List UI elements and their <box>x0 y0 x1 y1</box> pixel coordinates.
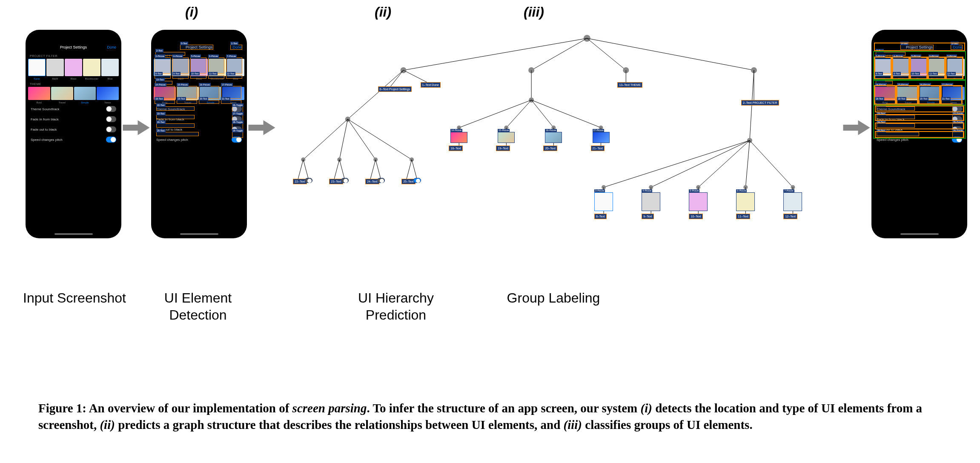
svg-line-31 <box>407 160 412 179</box>
filter-item[interactable]: None <box>28 59 46 80</box>
theme-item[interactable]: Simple <box>920 87 942 104</box>
theme-thumb <box>154 87 176 100</box>
filter-item[interactable]: Blockbuster <box>929 59 946 80</box>
filter-item[interactable]: None <box>874 59 891 80</box>
filter-label: Blockbuster <box>929 77 946 80</box>
theme-item[interactable]: Travel <box>51 87 73 104</box>
theme-label: Simple <box>920 101 942 104</box>
toggle-switch[interactable] <box>232 126 242 132</box>
theme-label: Bold <box>28 101 50 104</box>
tree-filter-thumb: 7–Picture <box>783 192 802 211</box>
toggle-switch[interactable] <box>232 106 242 112</box>
filter-item[interactable]: Blue <box>227 59 244 80</box>
theme-item[interactable]: Travel <box>177 87 199 104</box>
tree-chip: 11–Text <box>736 214 750 219</box>
tree-filter-thumb: 4–Picture <box>642 192 660 211</box>
svg-line-41 <box>531 100 553 128</box>
filter-swatch <box>227 59 244 76</box>
filter-item[interactable]: B&W <box>172 59 189 80</box>
filter-item[interactable]: Blockbuster <box>83 59 100 80</box>
stage-numbers-row: (i) (ii) (iii) <box>0 4 980 21</box>
label-input: Input Screenshot <box>19 289 130 306</box>
caption-italic: screen parsing <box>292 401 367 415</box>
theme-item[interactable]: News <box>943 87 965 104</box>
theme-item[interactable]: Bold <box>154 87 176 104</box>
svg-line-52 <box>651 140 750 187</box>
toggle-row: Fade out to black <box>871 124 967 134</box>
filter-swatch <box>83 59 100 76</box>
theme-item[interactable]: News <box>97 87 119 104</box>
toggle-row: Fade in from black <box>871 114 967 124</box>
svg-line-9 <box>587 38 754 70</box>
theme-item[interactable]: Simple <box>74 87 96 104</box>
toggle-switch[interactable] <box>952 137 962 143</box>
filter-item[interactable]: Blue <box>101 59 119 80</box>
theme-item[interactable]: Bold <box>874 87 896 104</box>
done-button[interactable]: Done <box>232 45 242 49</box>
theme-item[interactable]: Simple <box>200 87 222 104</box>
phone-title: Project Settings <box>186 45 212 49</box>
toggle-label: Fade in from black <box>156 117 184 121</box>
svg-line-17 <box>303 119 348 160</box>
toggle-switch[interactable] <box>106 126 116 132</box>
filter-label: Blue <box>227 77 244 80</box>
caption-italic: (ii) <box>100 418 115 432</box>
theme-label: Bold <box>154 101 176 104</box>
theme-thumb <box>943 87 965 100</box>
figure: (i) (ii) (iii) Project Settings Done PRO… <box>0 0 980 374</box>
svg-marker-0 <box>123 120 150 135</box>
done-button[interactable]: Done <box>953 45 962 49</box>
toggle-switch[interactable] <box>952 126 962 132</box>
toggle-switch[interactable] <box>106 137 116 143</box>
toggle-label: Fade in from black <box>31 117 59 121</box>
toggle-row: Theme Soundtrack <box>151 104 247 114</box>
toggles-list: Theme SoundtrackFade in from blackFade o… <box>151 104 247 145</box>
theme-label: News <box>943 101 965 104</box>
theme-item[interactable]: News <box>222 87 244 104</box>
filter-item[interactable]: Blast <box>911 59 928 80</box>
filter-label: Blockbuster <box>83 77 100 80</box>
phone-title: Project Settings <box>60 45 87 49</box>
toggle-switch[interactable] <box>106 106 116 112</box>
toggle-switch[interactable] <box>232 116 242 122</box>
svg-line-19 <box>298 160 303 179</box>
toggle-switch[interactable] <box>952 116 962 122</box>
filter-item[interactable]: Blockbuster <box>209 59 226 80</box>
filter-label: B&W <box>172 77 189 80</box>
filter-item[interactable]: Blue <box>947 59 965 80</box>
toggle-switch[interactable] <box>106 116 116 122</box>
toggle-label: Fade out to black <box>31 128 57 131</box>
done-button[interactable]: Done <box>107 45 116 49</box>
filter-item[interactable]: Blast <box>190 59 208 80</box>
svg-line-24 <box>339 160 344 179</box>
toggle-switch[interactable] <box>232 137 242 143</box>
tree-theme-thumb: 14–Picture <box>450 132 467 143</box>
svg-line-32 <box>412 160 417 179</box>
svg-line-28 <box>375 160 381 179</box>
filter-item[interactable]: B&W <box>892 59 910 80</box>
caption-italic: (i) <box>641 401 652 415</box>
theme-item[interactable]: Travel <box>897 87 919 104</box>
tree-toggle-thumb <box>377 178 385 183</box>
phone-input-screenshot: Project Settings Done PROJECT FILTER Non… <box>26 30 121 238</box>
toggle-label: Fade out to black <box>156 128 182 131</box>
theme-item[interactable]: Bold <box>28 87 50 104</box>
filter-item[interactable]: B&W <box>46 59 64 80</box>
toggle-row: Speed changes pitch <box>26 134 121 145</box>
tree-chip: 13–Text THEME <box>617 82 642 88</box>
toggle-row: Speed changes pitch <box>151 134 247 145</box>
toggle-label: Speed changes pitch <box>877 138 908 142</box>
filter-item[interactable]: Blast <box>65 59 82 80</box>
theme-label: Travel <box>177 101 199 104</box>
toggle-row: Fade in from black <box>26 114 121 124</box>
tree-chip: 18–Text <box>449 146 463 151</box>
svg-marker-1 <box>249 120 275 135</box>
toggle-label: Fade in from black <box>877 117 905 121</box>
filter-label: Blue <box>947 77 965 80</box>
tree-chip: 9–Text <box>642 214 654 219</box>
filter-item[interactable]: None <box>154 59 171 80</box>
tree-toggle-thumb <box>413 178 421 183</box>
filter-label: Blast <box>65 77 82 80</box>
toggle-switch[interactable] <box>952 106 962 112</box>
tree-edges <box>281 30 837 268</box>
